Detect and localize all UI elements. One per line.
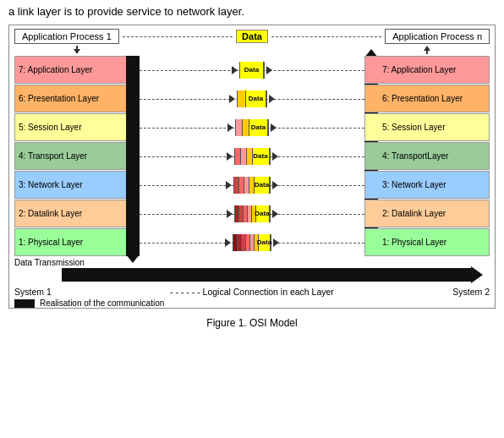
right-layer-5: 5: Session Layer <box>364 113 490 141</box>
right-layer-label-6: 6: Presentation Layer <box>382 94 463 103</box>
right-layer-label-3: 3: Network Layer <box>382 180 446 189</box>
bottom-arrow-container <box>14 268 490 283</box>
right-arrow-3 <box>272 181 278 189</box>
left-arrow-5 <box>227 123 233 132</box>
center-row-2: Data <box>140 200 364 227</box>
legend-realisation: Realisation of the communication <box>14 298 490 308</box>
left-arrow-1 <box>225 238 231 247</box>
bottom-arrow-head <box>471 266 483 283</box>
data-block-3: Data <box>233 177 271 194</box>
right-arrow-7 <box>266 66 272 74</box>
app-process-left: Application Process 1 <box>14 29 119 44</box>
system-labels-row: System 1 - - - - - - Logical Connection … <box>9 285 495 297</box>
dashed-line-top-right <box>271 36 381 37</box>
legend-solid-box <box>14 299 35 308</box>
right-layer-3: 3: Network Layer <box>364 171 490 199</box>
data-pill-top: Data <box>236 30 268 43</box>
right-layer-label-1: 1: Physical Layer <box>382 238 446 247</box>
right-layer-7: 7: Application Layer <box>364 56 490 84</box>
center-row-4: Data <box>140 142 364 170</box>
right-v-connector <box>424 46 430 54</box>
left-layer-1: 1: Physical Layer <box>14 228 140 256</box>
logical-connection-label: - - - - - - Logical Connection in each L… <box>170 287 334 297</box>
right-layer-label-5: 5: Session Layer <box>382 123 446 132</box>
right-layer-6: 6: Presentation Layer <box>364 85 490 112</box>
right-layer-label-7: 7: Application Layer <box>382 65 456 74</box>
legend-realisation-text: Realisation of the communication <box>40 298 164 308</box>
app-process-right: Application Process n <box>385 29 490 44</box>
right-stack-wrapper: 7: Application Layer6: Presentation Laye… <box>364 56 490 256</box>
left-layer-label-6: 6: Presentation Layer <box>19 94 99 103</box>
left-layer-4: 4: Transport Layer <box>14 142 140 170</box>
left-layer-label-5: 5: Session Layer <box>19 123 82 132</box>
left-arrow-7 <box>232 66 238 74</box>
main-diagram-box: Application Process 1 Data Application P… <box>8 25 496 309</box>
right-arrow-5 <box>271 123 277 132</box>
data-transmission-label: Data Transmission <box>14 258 490 267</box>
left-stack-wrapper: 7: Application Layer6: Presentation Laye… <box>14 56 140 256</box>
left-layer-label-1: 1: Physical Layer <box>19 238 83 247</box>
left-black-bar <box>126 56 140 256</box>
center-row-5: Data <box>140 113 364 141</box>
left-arrow-6 <box>229 95 235 103</box>
right-layer-4: 4: TransportLayer <box>364 142 490 170</box>
diagram-container: Application Process 1 Data Application P… <box>0 21 504 312</box>
center-row-7: Data <box>140 56 364 84</box>
app-process-row: Application Process 1 Data Application P… <box>9 25 495 46</box>
right-layer-label-4: 4: TransportLayer <box>382 151 448 161</box>
left-layer-5: 5: Session Layer <box>14 113 140 141</box>
left-layer-label-4: 4: Transport Layer <box>19 151 87 161</box>
left-layer-3: 3: Network Layer <box>14 171 140 199</box>
left-layer-label-3: 3: Network Layer <box>19 180 83 189</box>
left-arrow-3 <box>226 181 232 189</box>
header-text: a link layer is to provide service to ne… <box>0 0 504 21</box>
right-layer-2: 2: Datalink Layer <box>364 200 490 227</box>
right-arrow-4 <box>272 152 278 161</box>
system2-label: System 2 <box>452 287 490 297</box>
left-layer-7: 7: Application Layer <box>14 56 140 84</box>
system1-label: System 1 <box>14 287 52 297</box>
dashed-line-top-left <box>123 36 233 37</box>
left-stack: 7: Application Layer6: Presentation Laye… <box>14 56 140 256</box>
data-block-5: Data <box>235 119 269 136</box>
bottom-section: Data Transmission <box>9 256 495 283</box>
right-layer-label-2: 2: Datalink Layer <box>382 209 446 218</box>
left-layer-6: 6: Presentation Layer <box>14 85 140 112</box>
figure-caption: Figure 1. OSI Model <box>0 312 504 332</box>
layers-section: 7: Application Layer6: Presentation Laye… <box>9 54 495 256</box>
data-block-6: Data <box>237 90 267 107</box>
page-content: a link layer is to provide service to ne… <box>0 0 504 332</box>
left-arrow-4 <box>227 152 233 161</box>
data-block-4: Data <box>234 148 271 165</box>
left-layer-2: 2: Datalink Layer <box>14 200 140 227</box>
right-arrow-6 <box>269 95 275 103</box>
left-arrow-2 <box>227 210 233 218</box>
data-block-1: Data <box>233 234 271 251</box>
legend-section: Realisation of the communication <box>9 297 495 308</box>
center-row-3: Data <box>140 171 364 199</box>
center-row-6: Data <box>140 85 364 112</box>
right-stack: 7: Application Layer6: Presentation Laye… <box>364 56 490 256</box>
data-block-2: Data <box>234 205 271 222</box>
right-arrow-2 <box>272 210 278 218</box>
data-block-7: Data <box>239 62 265 79</box>
center-row-1: Data <box>140 228 364 256</box>
left-layer-label-7: 7: Application Layer <box>19 65 92 74</box>
right-layer-1: 1: Physical Layer <box>364 228 490 256</box>
bottom-arrow <box>62 268 470 282</box>
center-column: DataDataDataDataDataDataData <box>140 56 364 256</box>
left-v-connector <box>74 46 80 54</box>
right-arrow-1 <box>273 238 279 247</box>
left-layer-label-2: 2: Datalink Layer <box>19 209 82 218</box>
